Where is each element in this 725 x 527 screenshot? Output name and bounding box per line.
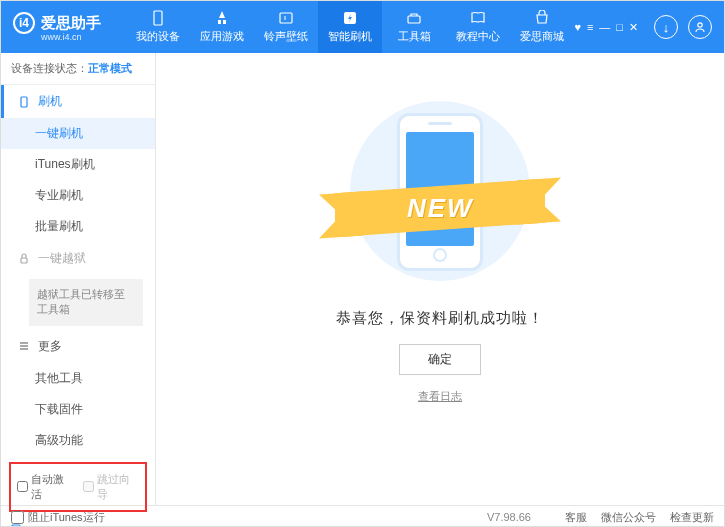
checkbox-block-itunes[interactable]: 阻止iTunes运行 — [11, 510, 105, 525]
top-nav: 我的设备 应用游戏 铃声壁纸 智能刷机 工具箱 教程中心 爱思商城 — [126, 1, 574, 53]
success-message: 恭喜您，保资料刷机成功啦！ — [336, 309, 544, 328]
sidebar-item-itunes-flash[interactable]: iTunes刷机 — [1, 149, 155, 180]
svg-rect-0 — [154, 11, 162, 25]
jailbreak-notice: 越狱工具已转移至工具箱 — [29, 279, 143, 326]
book-icon — [469, 10, 487, 26]
close-icon[interactable]: ✕ — [629, 21, 638, 34]
sidebar-item-download-firmware[interactable]: 下载固件 — [1, 394, 155, 425]
sidebar-item-other-tools[interactable]: 其他工具 — [1, 363, 155, 394]
options-panel: 自动激活 跳过向导 — [9, 462, 147, 512]
main-content: NEW 恭喜您，保资料刷机成功啦！ 确定 查看日志 — [156, 53, 724, 505]
app-url: www.i4.cn — [41, 32, 126, 42]
footer-check-update[interactable]: 检查更新 — [670, 510, 714, 525]
app-name: 爱思助手 — [41, 14, 101, 33]
app-header: i4 爱思助手 www.i4.cn 我的设备 应用游戏 铃声壁纸 智能刷机 工具… — [1, 1, 724, 53]
music-icon — [277, 10, 295, 26]
svg-rect-3 — [408, 16, 420, 23]
svg-rect-6 — [21, 258, 27, 263]
toolbox-icon — [405, 10, 423, 26]
apps-icon — [213, 10, 231, 26]
logo-area: i4 爱思助手 www.i4.cn — [1, 12, 126, 42]
sidebar: 设备连接状态：正常模式 刷机 一键刷机 iTunes刷机 专业刷机 批量刷机 一… — [1, 53, 156, 505]
footer-support[interactable]: 客服 — [565, 510, 587, 525]
svg-point-4 — [698, 23, 702, 27]
logo-icon: i4 — [13, 12, 35, 34]
nav-apps-games[interactable]: 应用游戏 — [190, 1, 254, 53]
flash-section-icon — [18, 96, 30, 108]
menu-icon[interactable]: ♥ — [574, 21, 581, 34]
minimize-icon[interactable]: — — [599, 21, 610, 34]
settings-icon[interactable]: ≡ — [587, 21, 593, 34]
lock-icon — [18, 253, 30, 265]
nav-store[interactable]: 爱思商城 — [510, 1, 574, 53]
sidebar-item-pro-flash[interactable]: 专业刷机 — [1, 180, 155, 211]
footer-wechat[interactable]: 微信公众号 — [601, 510, 656, 525]
nav-ringtones[interactable]: 铃声壁纸 — [254, 1, 318, 53]
window-controls: ♥ ≡ — □ ✕ — [574, 21, 638, 34]
device-icon — [149, 10, 167, 26]
nav-my-device[interactable]: 我的设备 — [126, 1, 190, 53]
version-label: V7.98.66 — [487, 511, 531, 523]
user-button[interactable] — [688, 15, 712, 39]
ok-button[interactable]: 确定 — [399, 344, 481, 375]
sidebar-item-batch-flash[interactable]: 批量刷机 — [1, 211, 155, 242]
sidebar-header-jailbreak: 一键越狱 — [1, 242, 155, 275]
success-illustration: NEW — [335, 91, 545, 291]
store-icon — [533, 10, 551, 26]
maximize-icon[interactable]: □ — [616, 21, 623, 34]
sidebar-item-onekey-flash[interactable]: 一键刷机 — [1, 118, 155, 149]
more-icon — [18, 340, 30, 352]
svg-rect-1 — [280, 13, 292, 23]
download-button[interactable]: ↓ — [654, 15, 678, 39]
nav-toolbox[interactable]: 工具箱 — [382, 1, 446, 53]
checkbox-skip-guide[interactable]: 跳过向导 — [83, 472, 139, 502]
svg-rect-5 — [21, 97, 27, 107]
header-right: ♥ ≡ — □ ✕ ↓ — [574, 15, 724, 39]
nav-tutorials[interactable]: 教程中心 — [446, 1, 510, 53]
checkbox-auto-activate[interactable]: 自动激活 — [17, 472, 73, 502]
ribbon-text: NEW — [407, 193, 474, 224]
sidebar-header-more[interactable]: 更多 — [1, 330, 155, 363]
flash-icon — [341, 10, 359, 26]
sidebar-item-advanced[interactable]: 高级功能 — [1, 425, 155, 456]
sidebar-header-flash[interactable]: 刷机 — [1, 85, 155, 118]
connection-status: 设备连接状态：正常模式 — [1, 53, 155, 85]
view-log-link[interactable]: 查看日志 — [418, 389, 462, 404]
nav-smart-flash[interactable]: 智能刷机 — [318, 1, 382, 53]
